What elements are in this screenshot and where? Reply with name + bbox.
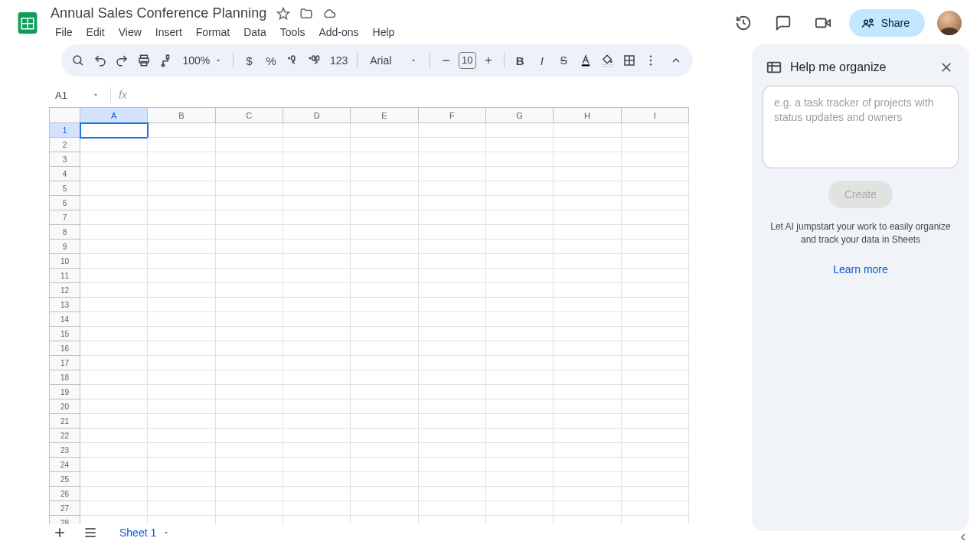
row-header[interactable]: 25 <box>50 472 80 487</box>
cell[interactable] <box>622 210 689 225</box>
cell[interactable] <box>216 123 283 138</box>
cell[interactable] <box>148 167 215 181</box>
cell[interactable] <box>351 429 418 443</box>
row-header[interactable]: 6 <box>50 196 80 210</box>
cell[interactable] <box>148 399 215 414</box>
row-header[interactable]: 17 <box>50 356 80 370</box>
cell[interactable] <box>283 399 351 414</box>
organize-prompt-input[interactable]: e.g. a task tracker of projects with sta… <box>763 86 959 168</box>
cell[interactable] <box>622 240 689 254</box>
star-icon[interactable] <box>276 6 291 21</box>
cell[interactable] <box>148 283 215 298</box>
cell[interactable] <box>419 472 486 487</box>
cell[interactable] <box>148 196 215 210</box>
column-header[interactable]: A <box>80 108 148 123</box>
strikethrough-icon[interactable]: S <box>554 50 573 71</box>
cell[interactable] <box>622 167 689 181</box>
cell[interactable] <box>554 138 621 152</box>
cell[interactable] <box>283 341 351 356</box>
cell[interactable] <box>351 240 418 254</box>
cell[interactable] <box>80 152 148 167</box>
cell[interactable] <box>486 225 554 240</box>
decrease-font-size-icon[interactable]: − <box>436 50 455 71</box>
column-header[interactable]: H <box>554 108 621 123</box>
cell[interactable] <box>554 225 621 240</box>
cell[interactable] <box>486 356 554 370</box>
menu-help[interactable]: Help <box>367 23 401 41</box>
row-header[interactable]: 5 <box>50 181 80 196</box>
cell[interactable] <box>486 240 554 254</box>
cell[interactable] <box>486 123 554 138</box>
column-header[interactable]: E <box>351 108 418 123</box>
cell[interactable] <box>283 327 351 341</box>
cell[interactable] <box>283 240 351 254</box>
cell[interactable] <box>554 414 621 429</box>
cell[interactable] <box>283 181 351 196</box>
cell[interactable] <box>351 341 418 356</box>
cell[interactable] <box>622 414 689 429</box>
meet-video-icon[interactable] <box>809 9 837 37</box>
cell[interactable] <box>486 327 554 341</box>
bold-icon[interactable]: B <box>511 50 529 71</box>
cell[interactable] <box>80 443 148 458</box>
cell[interactable] <box>622 225 689 240</box>
show-side-panel-icon[interactable] <box>957 531 969 543</box>
cell[interactable] <box>554 385 621 399</box>
italic-icon[interactable]: I <box>532 50 550 71</box>
cell[interactable] <box>80 370 148 385</box>
cell[interactable] <box>554 458 621 472</box>
cell[interactable] <box>622 269 689 283</box>
cell[interactable] <box>351 138 418 152</box>
zoom-dropdown[interactable]: 100% <box>178 54 227 67</box>
cell[interactable] <box>351 196 418 210</box>
learn-more-link[interactable]: Learn more <box>763 263 959 276</box>
row-header[interactable]: 15 <box>50 327 80 341</box>
column-header[interactable]: D <box>283 108 351 123</box>
collapse-toolbar-icon[interactable] <box>666 50 684 71</box>
cell[interactable] <box>148 443 215 458</box>
cell[interactable] <box>216 254 283 269</box>
cell[interactable] <box>148 356 215 370</box>
cell[interactable] <box>80 123 148 138</box>
cell[interactable] <box>554 196 621 210</box>
cell[interactable] <box>148 298 215 312</box>
cell[interactable] <box>283 254 351 269</box>
cell[interactable] <box>351 123 418 138</box>
cell[interactable] <box>486 254 554 269</box>
cell[interactable] <box>148 385 215 399</box>
cell[interactable] <box>486 443 554 458</box>
currency-format-icon[interactable]: $ <box>240 50 258 71</box>
cell[interactable] <box>80 472 148 487</box>
cell[interactable] <box>283 196 351 210</box>
cell[interactable] <box>486 167 554 181</box>
cell[interactable] <box>216 167 283 181</box>
cell[interactable] <box>622 516 689 524</box>
cell[interactable] <box>216 312 283 327</box>
cell[interactable] <box>622 472 689 487</box>
decrease-decimal-icon[interactable] <box>283 50 302 71</box>
more-number-formats-button[interactable]: 123 <box>327 50 351 71</box>
cell[interactable] <box>554 167 621 181</box>
cell[interactable] <box>80 181 148 196</box>
cell[interactable] <box>283 210 351 225</box>
cell[interactable] <box>419 123 486 138</box>
cell[interactable] <box>419 429 486 443</box>
cell[interactable] <box>351 254 418 269</box>
cell[interactable] <box>148 210 215 225</box>
cell[interactable] <box>419 399 486 414</box>
cell[interactable] <box>554 443 621 458</box>
cell[interactable] <box>554 312 621 327</box>
cell[interactable] <box>622 327 689 341</box>
cell[interactable] <box>419 225 486 240</box>
all-sheets-icon[interactable] <box>80 522 101 543</box>
cell[interactable] <box>554 501 621 516</box>
cell[interactable] <box>486 152 554 167</box>
cell[interactable] <box>148 414 215 429</box>
cell[interactable] <box>80 298 148 312</box>
row-header[interactable]: 4 <box>50 167 80 181</box>
cell[interactable] <box>283 516 351 524</box>
cell[interactable] <box>486 370 554 385</box>
row-header[interactable]: 19 <box>50 385 80 399</box>
cell[interactable] <box>351 472 418 487</box>
cell[interactable] <box>351 298 418 312</box>
